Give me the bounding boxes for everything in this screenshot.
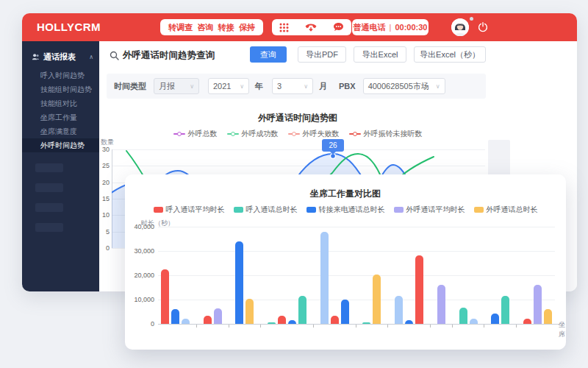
bar-purple[interactable]: [437, 285, 445, 324]
year-select[interactable]: 2021 ∨: [208, 78, 249, 94]
legend-marker-icon: [306, 207, 316, 213]
bar-orange[interactable]: [373, 275, 381, 324]
app-grid-icon[interactable]: [279, 23, 289, 32]
page-title: 外呼通话时间趋势查询: [123, 49, 215, 62]
y-axis-tick-label: 25: [99, 162, 110, 169]
legend-item[interactable]: 外呼失败数: [288, 129, 340, 139]
x-axis-tick: [387, 325, 388, 328]
export-excel-seconds-button[interactable]: 导出Excel（秒）: [414, 46, 486, 63]
sidebar-item-link[interactable]: 技能组时间趋势: [22, 82, 99, 96]
search-icon: [110, 51, 119, 60]
bar-group: [161, 269, 190, 324]
month-select[interactable]: 3 ∨: [272, 78, 313, 94]
query-button[interactable]: 查询: [250, 46, 287, 63]
bar-group: [459, 308, 478, 324]
y-axis-tick-label: 0: [99, 244, 110, 252]
chevron-down-icon: ∨: [190, 83, 194, 90]
x-axis-tick: [260, 325, 261, 328]
bar-blue[interactable]: [341, 300, 349, 324]
export-pdf-button[interactable]: 导出PDF: [298, 46, 346, 63]
legend-item[interactable]: 呼入通话总时长: [234, 205, 298, 215]
call-action-bar: 转调查咨询转接保持: [160, 19, 263, 35]
legend-item[interactable]: 转接来电通话总时长: [306, 205, 385, 215]
bar-teal[interactable]: [362, 322, 370, 324]
bar-blue[interactable]: [288, 320, 296, 324]
bar-purple[interactable]: [214, 308, 222, 324]
legend-item[interactable]: 呼入通话平均时长: [154, 205, 225, 215]
bar-chart-x-axis-label: 坐席: [559, 320, 566, 339]
y-axis-tick-label: 20: [99, 179, 110, 186]
chevron-down-icon: ∨: [240, 83, 244, 90]
bar-red[interactable]: [204, 316, 212, 324]
legend-item[interactable]: 外呼成功数: [227, 129, 279, 139]
bar-red[interactable]: [278, 316, 286, 324]
call-action-button[interactable]: 咨询: [197, 22, 213, 33]
bar-group: [268, 296, 306, 324]
bar-blue[interactable]: [491, 314, 499, 324]
bar-orange[interactable]: [544, 309, 552, 324]
x-axis-tick: [229, 325, 229, 328]
x-axis-tick: [516, 325, 517, 328]
legend-item[interactable]: 外呼总数: [173, 129, 218, 139]
legend-label: 呼入通话平均时长: [166, 205, 225, 215]
time-type-select[interactable]: 月报 ∨: [154, 78, 199, 94]
bar-blue[interactable]: [235, 241, 243, 324]
bar-red[interactable]: [161, 269, 169, 324]
bar-lightblue[interactable]: [320, 232, 329, 324]
bar-teal[interactable]: [501, 296, 509, 324]
app-logo: HOLLYCRM: [37, 13, 101, 41]
sidebar-group-call-reports[interactable]: 通话报表 ∧: [22, 41, 99, 68]
y-axis-tick-label: 30: [99, 146, 110, 153]
sidebar-group-label: 通话报表: [43, 52, 76, 63]
export-excel-button[interactable]: 导出Excel: [354, 46, 406, 63]
hangup-phone-icon[interactable]: [304, 22, 318, 32]
sidebar-item-active[interactable]: 外呼时间趋势: [22, 138, 99, 152]
chat-message-icon[interactable]: [333, 22, 344, 32]
bar-teal[interactable]: [268, 322, 276, 324]
legend-label: 外呼通话总时长: [487, 205, 538, 215]
legend-item[interactable]: 外呼通话平均时长: [394, 205, 465, 215]
legend-label: 呼入通话总时长: [246, 205, 298, 215]
bar-lightblue[interactable]: [395, 296, 403, 324]
sidebar-item-link[interactable]: 技能组对比: [22, 96, 99, 110]
pbx-select[interactable]: 4000628505市场 ∨: [363, 78, 445, 94]
pbx-value: 4000628505市场: [368, 81, 429, 92]
call-action-button[interactable]: 转接: [218, 22, 234, 33]
x-axis-tick: [313, 325, 314, 328]
bar-chart-legend: 呼入通话平均时长呼入通话总时长转接来电通话总时长外呼通话平均时长外呼通话总时长: [125, 205, 566, 215]
bar-teal[interactable]: [298, 296, 306, 324]
y-axis-tick-label: 20,000: [125, 272, 154, 279]
bar-red[interactable]: [331, 316, 339, 324]
bar-lightblue[interactable]: [182, 319, 190, 324]
bar-orange[interactable]: [245, 299, 254, 324]
bar-purple[interactable]: [534, 285, 542, 324]
bar-chart-plot: [158, 227, 555, 324]
bar-lightblue[interactable]: [470, 319, 478, 324]
call-status-pill: 普通电话 | 00:00:30: [352, 19, 429, 35]
call-action-button[interactable]: 转调查: [168, 22, 193, 33]
bar-blue[interactable]: [405, 320, 413, 324]
user-avatar[interactable]: [451, 18, 469, 36]
legend-item[interactable]: 外呼振铃未接听数: [349, 129, 423, 139]
legend-marker-icon: [349, 133, 361, 135]
call-action-button[interactable]: 保持: [239, 22, 255, 33]
bar-group: [235, 241, 254, 324]
power-logout-icon[interactable]: [478, 22, 488, 32]
y-axis-tick-label: 5: [99, 228, 110, 236]
bar-teal[interactable]: [459, 308, 467, 324]
bar-group: [204, 308, 222, 324]
bar-red[interactable]: [415, 255, 423, 324]
sidebar-item-link[interactable]: 坐席工作量: [22, 110, 99, 124]
status-divider: |: [390, 23, 392, 32]
bar-group: [491, 296, 509, 324]
sidebar-item-link[interactable]: 呼入时间趋势: [22, 68, 99, 82]
legend-label: 外呼振铃未接听数: [364, 129, 423, 139]
legend-item[interactable]: 外呼通话总时长: [474, 205, 538, 215]
bar-red[interactable]: [523, 319, 531, 324]
y-axis-tick-label: 30,000: [125, 247, 154, 255]
chevron-down-icon: ∨: [436, 83, 440, 90]
sidebar-item-link[interactable]: 坐席满意度: [22, 124, 99, 138]
legend-label: 外呼失败数: [303, 129, 340, 139]
legend-label: 外呼总数: [188, 129, 218, 139]
bar-blue[interactable]: [171, 309, 179, 324]
